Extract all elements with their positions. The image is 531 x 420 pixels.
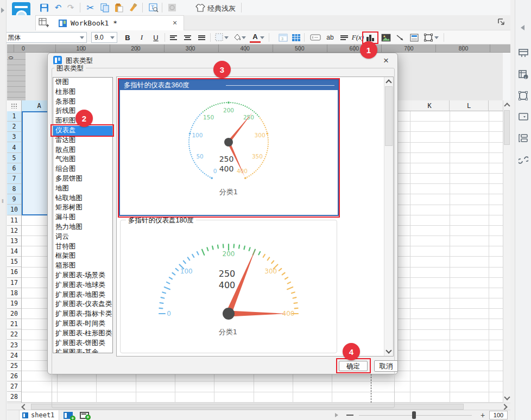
row-header-15[interactable]: 15: [7, 257, 21, 267]
row-header-3[interactable]: 3: [7, 132, 21, 142]
fill-color-select[interactable]: [231, 32, 242, 43]
collapse-left-arrow-icon[interactable]: [1, 8, 4, 13]
row-header-5[interactable]: 5: [7, 153, 21, 163]
chart-type-item-29[interactable]: 扩展图表-其余: [53, 348, 112, 353]
new-template-button[interactable]: [39, 18, 49, 28]
add-report-sheet-button[interactable]: +: [64, 412, 73, 419]
chart-type-item-3[interactable]: 条形图: [53, 97, 112, 107]
redo-button[interactable]: ↷: [65, 2, 77, 14]
row-header-18[interactable]: 18: [7, 288, 21, 298]
merge-cells-button[interactable]: 3: [277, 32, 288, 43]
underline-button[interactable]: U: [150, 32, 161, 43]
vertical-scrollbar[interactable]: [503, 100, 510, 403]
scroll-down-icon[interactable]: [504, 394, 510, 400]
widget-settings-icon[interactable]: [519, 113, 528, 123]
chart-type-item-23[interactable]: 扩展图表-地图类: [53, 290, 112, 300]
row-header-21[interactable]: 21: [7, 319, 21, 329]
row-header-25[interactable]: 25: [7, 361, 21, 371]
dialog-close-icon[interactable]: ×: [381, 55, 391, 66]
row-header-11[interactable]: 11: [7, 215, 21, 226]
chart-type-item-19[interactable]: 框架图: [53, 251, 112, 261]
row-header-1[interactable]: 1: [7, 111, 21, 122]
row-header-20[interactable]: 20: [7, 309, 21, 319]
select-all-corner[interactable]: [7, 100, 22, 111]
chart-type-item-22[interactable]: 扩展图表-地球类: [53, 281, 112, 290]
chevron-down-icon[interactable]: [260, 32, 265, 43]
chart-type-item-28[interactable]: 扩展图表-饼图类: [53, 339, 112, 348]
chart-type-item-8[interactable]: 散点图: [53, 145, 112, 155]
undo-button[interactable]: ↶: [52, 2, 64, 14]
chart-type-item-21[interactable]: 扩展图表-场景类: [53, 271, 112, 281]
theme-shirt-icon[interactable]: [194, 2, 206, 14]
align-center-button[interactable]: [182, 32, 193, 43]
scroll-down-icon[interactable]: [385, 347, 391, 353]
font-color-select[interactable]: A: [250, 32, 261, 43]
chart-type-item-1[interactable]: 饼图: [53, 78, 112, 87]
row-header-8[interactable]: 8: [7, 184, 21, 194]
chevron-down-icon[interactable]: [241, 32, 246, 43]
chart-type-item-10[interactable]: 组合图: [53, 164, 112, 174]
chart-type-item-20[interactable]: 箱形图: [53, 261, 112, 271]
save-button[interactable]: [38, 2, 50, 14]
hyperlink-icon[interactable]: [519, 155, 528, 165]
row-header-7[interactable]: 7: [7, 174, 21, 184]
chart-type-item-12[interactable]: 地图: [53, 184, 112, 194]
chart-type-item-26[interactable]: 扩展图表-时间类: [53, 319, 112, 329]
shape-select[interactable]: [423, 32, 434, 43]
preview-scroll-thumb[interactable]: [385, 86, 393, 146]
column-header-k[interactable]: K: [410, 100, 450, 111]
zoom-out-button[interactable]: [346, 415, 353, 416]
zoom-in-button[interactable]: +: [481, 411, 485, 419]
zoom-slider-handle[interactable]: [412, 411, 416, 419]
condition-attributes-icon[interactable]: [519, 133, 528, 143]
row-header-10[interactable]: 10: [7, 205, 21, 215]
preview-play-icon[interactable]: [335, 413, 338, 417]
row-header-2[interactable]: 2: [7, 122, 21, 132]
workbook-tab[interactable]: WorkBook1 * ×: [35, 15, 184, 30]
chevron-down-icon[interactable]: [224, 32, 229, 43]
zoom-slider-track[interactable]: [359, 415, 472, 416]
preview-gauge-180[interactable]: 多指针的仪表盘180度 0100200300400250400分类1: [120, 220, 337, 353]
row-header-28[interactable]: 28: [7, 392, 21, 402]
chart-type-item-9[interactable]: 气泡图: [53, 155, 112, 164]
row-header-22[interactable]: 22: [7, 329, 21, 340]
row-header-12[interactable]: 12: [7, 226, 21, 236]
chart-type-item-18[interactable]: 甘特图: [53, 242, 112, 252]
chevron-down-icon[interactable]: [434, 32, 439, 43]
rich-text-button[interactable]: [339, 32, 350, 43]
cut-button[interactable]: ✂: [84, 2, 96, 14]
scroll-up-icon[interactable]: [385, 79, 391, 85]
chart-type-item-14[interactable]: 矩形树图: [53, 203, 112, 213]
table-style-button[interactable]: [290, 32, 301, 43]
font-size-select[interactable]: 9.0: [91, 32, 117, 43]
italic-button[interactable]: I: [136, 32, 147, 43]
left-grip-icon[interactable]: ‖: [2, 199, 4, 204]
chart-type-item-2[interactable]: 柱形图: [53, 87, 112, 97]
row-header-27[interactable]: 27: [7, 381, 21, 392]
border-panel-icon[interactable]: [519, 91, 528, 101]
row-header-9[interactable]: 9: [7, 194, 21, 205]
text-editor-button[interactable]: ab: [325, 32, 336, 43]
formula-button[interactable]: F(x): [352, 32, 363, 43]
row-header-4[interactable]: 4: [7, 142, 21, 152]
chart-type-item-27[interactable]: 扩展图表-柱形图类: [53, 329, 112, 339]
row-header-26[interactable]: 26: [7, 371, 21, 381]
theme-name-label[interactable]: 经典浅灰: [207, 4, 236, 14]
sheet-tab[interactable]: sheet1: [19, 410, 59, 420]
template-info-icon[interactable]: i: [519, 69, 528, 79]
paste-button[interactable]: [113, 2, 125, 14]
scroll-left-icon[interactable]: [21, 404, 27, 410]
chart-type-item-16[interactable]: 热力地图: [53, 222, 112, 232]
line-tool-button[interactable]: [395, 32, 406, 43]
chart-type-item-7[interactable]: 雷达图: [53, 136, 112, 145]
add-dashboard-sheet-button[interactable]: +: [80, 412, 89, 419]
row-header-17[interactable]: 17: [7, 278, 21, 288]
font-family-select[interactable]: 黑体: [4, 32, 87, 43]
column-header-partial[interactable]: [489, 100, 503, 111]
chart-type-item-17[interactable]: 词云: [53, 232, 112, 242]
row-header-19[interactable]: 19: [7, 298, 21, 309]
chart-type-item-11[interactable]: 多层饼图: [53, 174, 112, 184]
column-header-l[interactable]: L: [450, 100, 489, 111]
align-left-button[interactable]: [168, 32, 179, 43]
border-select[interactable]: [214, 32, 225, 43]
